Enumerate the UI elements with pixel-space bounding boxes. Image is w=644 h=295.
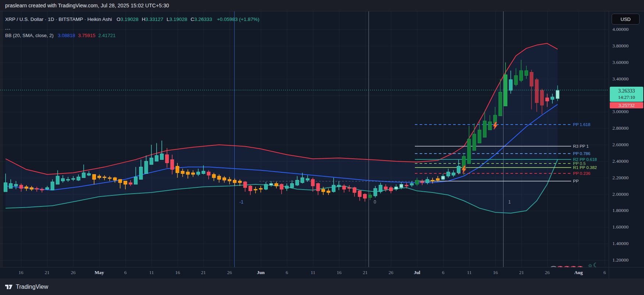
candle xyxy=(290,183,293,187)
bb-value: 2.41721 xyxy=(98,33,115,38)
ohlc-key: C xyxy=(191,17,194,22)
candle xyxy=(35,188,39,189)
price-axis-label: 1.60000 xyxy=(612,224,629,230)
pivot-label: PP xyxy=(573,179,579,183)
candle xyxy=(181,171,184,174)
candle xyxy=(301,178,304,183)
time-axis-label: 26 xyxy=(545,270,550,276)
attribution-bar: praslearn created with TradingView.com, … xyxy=(0,0,644,11)
event-flag-markers[interactable] xyxy=(549,266,585,267)
time-axis-label: Jun xyxy=(257,270,265,276)
price-axis-label: 1.80000 xyxy=(612,208,629,213)
candle xyxy=(207,172,210,175)
time-axis-label: 6 xyxy=(604,270,606,276)
candle xyxy=(186,172,189,175)
time-axis-label: 16 xyxy=(19,270,24,276)
candle xyxy=(446,172,450,176)
candle xyxy=(223,178,226,180)
us-flag-icon[interactable] xyxy=(575,266,585,267)
chart-plot-area[interactable]: XRP / U.S. Dollar · 1D · BITSTAMP · Heik… xyxy=(0,11,609,267)
hidden-indicator-row[interactable]: ... xyxy=(5,25,11,31)
candle xyxy=(150,158,153,165)
candle xyxy=(415,180,419,184)
time-axis-label: 16 xyxy=(493,270,498,276)
candle xyxy=(420,182,424,183)
candle xyxy=(254,189,257,190)
candle xyxy=(155,155,158,161)
candle xyxy=(9,183,13,188)
candle xyxy=(369,195,372,198)
candle xyxy=(67,179,70,180)
candle xyxy=(431,180,434,181)
candle xyxy=(191,173,195,174)
candle xyxy=(92,175,96,179)
candle xyxy=(379,185,382,192)
time-axis-label: 26 xyxy=(71,270,76,276)
ohlc-key: H xyxy=(142,17,145,22)
candle xyxy=(436,179,440,180)
sun-moon-icon[interactable]: ☼☾ xyxy=(587,262,599,267)
candle xyxy=(327,191,330,193)
candle xyxy=(56,176,59,184)
candle xyxy=(19,185,23,188)
bb-value: 3.08818 xyxy=(58,33,75,38)
pivot-label: PP 0.236 xyxy=(573,171,590,176)
candle xyxy=(103,177,106,177)
candle xyxy=(77,177,80,180)
candle xyxy=(171,159,174,169)
last-price-badge: 3.26333 14:27:10 xyxy=(610,87,643,102)
candle xyxy=(270,183,273,185)
time-axis-label: 11 xyxy=(149,270,154,276)
candle xyxy=(46,188,49,189)
price-axis-label: 2.80000 xyxy=(612,125,629,131)
price-axis-label: 3.00000 xyxy=(612,109,629,115)
cycle-vline-label: -1 xyxy=(239,199,243,205)
symbol-legend[interactable]: XRP / U.S. Dollar · 1D · BITSTAMP · Heik… xyxy=(5,17,259,22)
candle xyxy=(504,75,507,106)
candle xyxy=(545,98,549,101)
candle xyxy=(478,130,481,143)
price-axis[interactable]: USD 3.26333 14:27:10 3.25732 4.000003.80… xyxy=(609,11,644,267)
candle xyxy=(457,166,460,173)
candle xyxy=(259,188,262,189)
candle xyxy=(363,194,367,198)
candle xyxy=(400,184,403,188)
time-axis-label: 11 xyxy=(467,270,472,276)
candle xyxy=(358,191,361,197)
candle xyxy=(40,189,44,190)
candle xyxy=(197,172,200,175)
axis-corner xyxy=(609,267,644,278)
candle xyxy=(316,183,320,191)
time-axis-label: 21 xyxy=(519,270,524,276)
pivot-label: R1 PP 0.382 xyxy=(573,165,597,170)
pivot-label: PP 1.618 xyxy=(573,122,590,127)
candle xyxy=(410,183,413,185)
time-axis[interactable]: 162126May611162126Jun611162126Jul6111621… xyxy=(0,267,609,278)
candle xyxy=(519,71,523,80)
cycle-vline-label: 0 xyxy=(374,199,376,205)
currency-button[interactable]: USD xyxy=(612,14,640,25)
tradingview-logo[interactable]: TradingView xyxy=(4,283,48,291)
candle xyxy=(285,186,288,188)
time-axis-label: Jul xyxy=(414,270,420,276)
candle xyxy=(384,187,387,189)
tradingview-brand-text: TradingView xyxy=(16,284,48,290)
cycle-vline-label: 1 xyxy=(508,199,511,205)
bb-indicator-legend[interactable]: BB (20, SMA, close, 2) 3.088183.759152.4… xyxy=(5,33,115,38)
price-axis-label: 2.40000 xyxy=(612,158,629,164)
candle xyxy=(405,185,408,186)
candle xyxy=(467,139,471,163)
price-axis-label: 3.80000 xyxy=(612,43,629,49)
attribution-text: praslearn created with TradingView.com, … xyxy=(0,3,169,8)
last-price-value: 3.26333 xyxy=(610,88,643,94)
flag-canton xyxy=(563,267,567,267)
price-axis-label: 2.00000 xyxy=(612,191,629,197)
candle xyxy=(337,185,341,187)
bb-value: 3.75915 xyxy=(78,33,95,38)
candle xyxy=(139,167,143,180)
chart-canvas[interactable] xyxy=(0,11,609,267)
candle xyxy=(280,184,283,189)
candle xyxy=(389,188,392,191)
candle xyxy=(275,183,278,186)
tradingview-chart-window: praslearn created with TradingView.com, … xyxy=(0,0,644,295)
